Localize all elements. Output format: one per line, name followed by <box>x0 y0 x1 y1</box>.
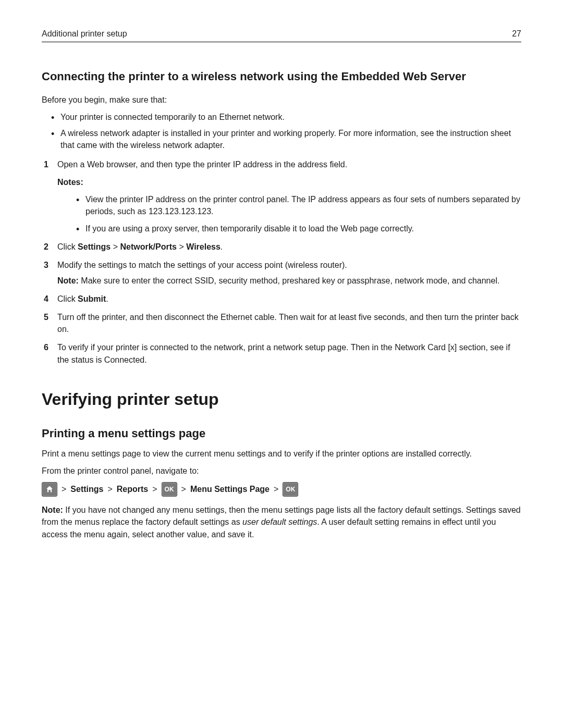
list-item: If you are using a proxy server, then te… <box>57 223 521 235</box>
step-1: 1 Open a Web browser, and then type the … <box>42 158 521 235</box>
step-text: Open a Web browser, and then type the pr… <box>57 160 347 169</box>
list-item: View the printer IP address on the print… <box>57 193 521 217</box>
section-heading-wireless: Connecting the printer to a wireless net… <box>42 69 521 84</box>
step-number: 1 <box>44 158 48 170</box>
nav-reports: Reports <box>117 485 148 494</box>
prereq-list: Your printer is connected temporarily to… <box>42 111 521 152</box>
header-title: Additional printer setup <box>42 29 127 39</box>
step-number: 5 <box>44 311 48 323</box>
chevron-right-icon: > <box>62 485 66 494</box>
page-number: 27 <box>512 29 521 39</box>
step-number: 6 <box>44 341 48 353</box>
step-text: Modify the settings to match the setting… <box>57 261 347 269</box>
subsection-heading-menu-settings: Printing a menu settings page <box>42 427 521 440</box>
document-page: Additional printer setup 27 Connecting t… <box>0 0 563 728</box>
chevron-right-icon: > <box>181 485 186 494</box>
step-3: 3 Modify the settings to match the setti… <box>42 259 521 286</box>
step-2: 2 Click Settings > Network/Ports > Wirel… <box>42 241 521 253</box>
home-icon <box>42 482 57 497</box>
navigation-path: > Settings > Reports > OK > Menu Setting… <box>42 482 521 497</box>
step-4: 4 Click Submit. <box>42 293 521 305</box>
list-item: A wireless network adapter is installed … <box>42 127 521 151</box>
chevron-right-icon: > <box>274 485 278 494</box>
notes-label: Notes: <box>57 176 521 188</box>
step-number: 2 <box>44 241 48 253</box>
step-text: Turn off the printer, and then disconnec… <box>57 313 519 334</box>
step-text: Click Submit. <box>57 294 108 303</box>
intro-text: Before you begin, make sure that: <box>42 94 521 106</box>
ok-button-icon: OK <box>162 482 177 497</box>
chevron-right-icon: > <box>107 485 112 494</box>
nav-menu-settings-page: Menu Settings Page <box>190 485 270 494</box>
step-number: 3 <box>44 259 48 271</box>
step-5: 5 Turn off the printer, and then disconn… <box>42 311 521 335</box>
chevron-right-icon: > <box>152 485 157 494</box>
ok-button-icon: OK <box>283 482 298 497</box>
footer-note: Note: If you have not changed any menu s… <box>42 504 521 540</box>
step-text: To verify if your printer is connected t… <box>57 343 510 364</box>
paragraph: Print a menu settings page to view the c… <box>42 448 521 460</box>
step-note: Note: Make sure to enter the correct SSI… <box>57 275 521 287</box>
paragraph: From the printer control panel, navigate… <box>42 465 521 477</box>
section-heading-verifying: Verifying printer setup <box>42 390 521 409</box>
step-text: Click Settings > Network/Ports > Wireles… <box>57 242 223 251</box>
step-number: 4 <box>44 293 48 305</box>
notes-list: View the printer IP address on the print… <box>57 193 521 235</box>
nav-settings: Settings <box>70 485 103 494</box>
list-item: Your printer is connected temporarily to… <box>42 111 521 123</box>
page-header: Additional printer setup 27 <box>42 29 521 42</box>
steps-list: 1 Open a Web browser, and then type the … <box>42 158 521 365</box>
step-6: 6 To verify if your printer is connected… <box>42 341 521 365</box>
